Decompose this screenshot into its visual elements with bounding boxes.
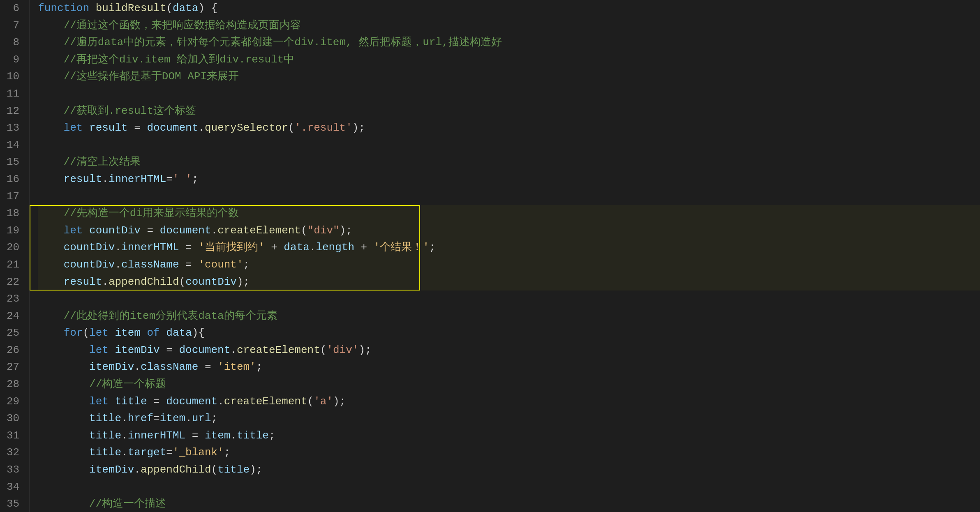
code-line [38,291,980,308]
line-number: 34 [7,479,23,496]
code-line: itemDiv.className = 'item'; [38,359,980,376]
line-number: 15 [7,154,23,171]
line-number: 31 [7,427,23,445]
code-line: //先构造一个di用来显示结果的个数 [38,205,980,222]
line-number: 17 [7,188,23,205]
line-number: 20 [7,239,23,256]
line-number: 18 [7,205,23,222]
line-number: 6 [7,0,23,17]
code-line: //构造一个标题 [38,376,980,393]
line-number: 11 [7,85,23,103]
code-line: let title = document.createElement('a'); [38,393,980,411]
code-line: for(let item of data){ [38,325,980,342]
line-numbers: 6789101112131415161718192021222324252627… [0,0,30,512]
line-number: 27 [7,359,23,376]
code-line: result.appendChild(countDiv); [38,274,980,291]
code-line: countDiv.className = 'count'; [38,256,980,274]
code-line: result.innerHTML=' '; [38,171,980,188]
line-number: 32 [7,444,23,461]
line-number: 16 [7,171,23,188]
code-line: //通过这个函数，来把响应数据给构造成页面内容 [38,17,980,35]
code-content: function buildResult(data) { //通过这个函数，来把… [30,0,980,512]
code-line: //清空上次结果 [38,154,980,171]
line-number: 13 [7,120,23,137]
code-line: title.target='_blank'; [38,444,980,461]
line-number: 30 [7,410,23,427]
line-number: 7 [7,17,23,35]
code-line: let itemDiv = document.createElement('di… [38,342,980,359]
code-line: //遍历data中的元素，针对每个元素都创建一个div.item, 然后把标题，… [38,34,980,51]
code-line [38,479,980,496]
line-number: 22 [7,274,23,291]
code-line: let result = document.querySelector('.re… [38,120,980,137]
code-line: //此处得到的item分别代表data的每个元素 [38,308,980,325]
code-line: title.innerHTML = item.title; [38,427,980,445]
code-line [38,188,980,205]
line-number: 35 [7,496,23,512]
code-editor: 6789101112131415161718192021222324252627… [0,0,980,512]
code-line [38,137,980,154]
line-number: 33 [7,461,23,479]
line-number: 10 [7,68,23,85]
code-line: //这些操作都是基于DOM API来展开 [38,68,980,85]
line-number: 19 [7,222,23,240]
line-number: 26 [7,342,23,359]
code-line: function buildResult(data) { [38,0,980,17]
line-number: 14 [7,137,23,154]
line-number: 21 [7,256,23,274]
line-number: 12 [7,103,23,120]
line-number: 28 [7,376,23,393]
code-line: //再把这个div.item 给加入到div.result中 [38,51,980,69]
line-number: 8 [7,34,23,51]
line-number: 24 [7,308,23,325]
code-line: //构造一个描述 [38,496,980,512]
code-line: title.href=item.url; [38,410,980,427]
line-number: 23 [7,291,23,308]
line-number: 9 [7,51,23,69]
line-number: 29 [7,393,23,411]
code-line: let countDiv = document.createElement("d… [38,222,980,240]
code-line: countDiv.innerHTML = '当前找到约' + data.leng… [38,239,980,256]
code-line: itemDiv.appendChild(title); [38,461,980,479]
line-number: 25 [7,325,23,342]
code-line: //获取到.result这个标签 [38,103,980,120]
code-line [38,85,980,103]
